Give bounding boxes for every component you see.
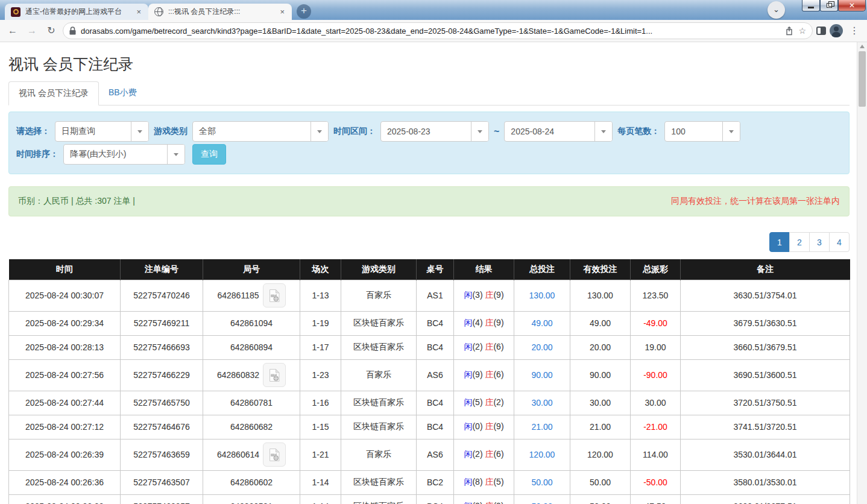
result-banker: 庄 [485,449,493,459]
query-button[interactable]: 查询 [192,144,226,165]
close-button[interactable]: ✕ [838,0,866,11]
cell-game-type: 百家乐 [341,439,417,470]
cell-valid-bet: 50.00 [570,494,631,504]
page-title: 视讯 会员下注纪录 [8,54,850,74]
table-row: 2025-08-24 00:27:44522757465750642860781… [9,391,850,415]
cell-payout: -21.00 [631,415,681,439]
reload-button[interactable]: ↻ [43,23,59,39]
date-start-select[interactable]: 2025-08-23 [380,121,489,142]
result-banker-score: (5) [493,477,503,487]
cell-session: 1-21 [300,439,341,470]
per-page-select[interactable]: 100 [664,121,740,142]
cell-valid-bet: 120.00 [570,439,631,470]
chevron-down-icon[interactable] [722,122,740,141]
column-header: 注单编号 [121,259,203,280]
cell-payout: 47.50 [631,494,681,504]
cell-remark: 3720.51/3750.51 [681,391,850,415]
browser-menu-icon[interactable]: ⋮ [847,23,862,39]
tab-bet-records[interactable]: 视讯 会员下注纪录 [8,81,99,106]
maximize-button[interactable] [820,0,838,11]
page-scrollbar[interactable] [857,42,867,504]
profile-avatar[interactable] [830,24,843,37]
total-bet-link[interactable]: 20.00 [531,342,552,352]
chevron-down-icon[interactable] [167,145,184,164]
cell-session: 1-14 [300,470,341,494]
chevron-down-icon[interactable] [471,122,488,141]
result-player: 闲 [464,421,472,431]
cell-remark: 3679.51/3630.51 [681,311,850,335]
result-banker-score: (9) [493,318,503,327]
cell-time: 2025-08-24 00:30:07 [9,280,121,311]
cell-result: 闲(3) 庄(9) [454,494,514,504]
per-page-label: 每页笔数： [617,126,660,137]
total-bet-link[interactable]: 50.00 [531,502,552,504]
minimize-button[interactable] [802,0,820,11]
currency-total-text: 币别：人民币 | 总共 :307 注单 | [18,196,135,207]
query-type-select[interactable]: 日期查询 [55,121,149,142]
tab-close-icon[interactable]: × [135,7,142,16]
round-no-wrap: 642860894 [230,342,273,352]
cell-game-type: 百家乐 [341,280,417,311]
date-end-select[interactable]: 2025-08-24 [504,121,613,142]
total-bet-link[interactable]: 49.00 [531,318,552,328]
tab-close-icon[interactable]: × [279,7,286,16]
total-bet-link[interactable]: 90.00 [531,370,552,380]
new-tab-button[interactable]: + [297,4,311,19]
round-no-text: 642860602 [230,477,273,487]
column-header: 总派彩 [631,259,681,280]
page-number-button[interactable]: 1 [769,232,790,252]
share-icon[interactable] [785,27,793,36]
result-banker: 庄 [485,318,493,327]
sort-select[interactable]: 降幂(由大到小) [63,144,185,165]
result-player: 闲 [464,501,472,504]
scroll-up-arrow-icon[interactable] [860,45,865,48]
video-replay-button[interactable] [263,363,286,387]
cell-time: 2025-08-24 00:27:44 [9,391,121,415]
game-type-select[interactable]: 全部 [192,121,329,142]
cell-session: 1-17 [300,335,341,359]
forward-button[interactable]: → [24,23,40,39]
filter-row-1: 请选择： 日期查询 游戏类别 全部 时间区间： 2025-08-23 ~ 202 [16,121,842,142]
date-range-label: 时间区间： [333,126,376,137]
page-number-button[interactable]: 4 [829,232,850,252]
page-number-button[interactable]: 2 [789,232,810,252]
cell-bet-no: 522757463659 [121,439,203,470]
total-bet-link[interactable]: 21.00 [531,422,552,432]
result-player-score: (9) [472,370,485,379]
bookmark-star-icon[interactable]: ☆ [798,26,806,36]
table-row: 2025-08-24 00:28:13522757466693642860894… [9,335,850,359]
cell-bet-no: 522757465750 [121,391,203,415]
result-banker: 庄 [485,397,493,407]
total-bet-link[interactable]: 120.00 [529,450,555,459]
browser-tab-active[interactable]: :::视讯 会员下注纪录::: × [148,4,292,20]
sort-label: 时间排序： [16,149,58,160]
column-header: 游戏类别 [341,259,417,280]
payout-value: 19.00 [645,342,666,352]
payout-value: 114.00 [643,450,668,459]
browser-tab-inactive[interactable]: 通宝-信誉最好的网上游戏平台 × [5,4,148,20]
cell-result: 闲(0) 庄(9) [454,415,514,439]
video-replay-button[interactable] [263,283,286,307]
total-bet-link[interactable]: 130.00 [529,291,555,300]
side-panel-icon[interactable] [816,27,826,35]
total-bet-link[interactable]: 30.00 [531,398,552,408]
scrollbar-thumb[interactable] [859,51,866,107]
page-number-button[interactable]: 3 [809,232,830,252]
result-banker: 庄 [485,501,493,504]
result-banker: 庄 [485,421,493,431]
tab-bb-tips[interactable]: BB小费 [99,81,147,106]
round-no-wrap: 642861094 [230,318,273,328]
chevron-down-icon[interactable] [594,122,612,141]
tab-search-button[interactable]: ⌄ [768,1,785,19]
cell-game-type: 百家乐 [341,359,417,391]
address-bar[interactable]: dorasabs.com/game/betrecord_search/kind3… [63,22,813,39]
cell-time: 2025-08-24 00:29:34 [9,311,121,335]
chevron-down-icon[interactable] [131,122,148,141]
video-replay-button[interactable] [263,443,286,467]
cell-payout: 30.00 [631,391,681,415]
padlock-icon [69,27,76,35]
chevron-down-icon[interactable] [311,122,328,141]
total-bet-link[interactable]: 50.00 [531,477,552,487]
back-button[interactable]: ← [5,23,20,39]
cell-table-no: BC4 [417,391,454,415]
